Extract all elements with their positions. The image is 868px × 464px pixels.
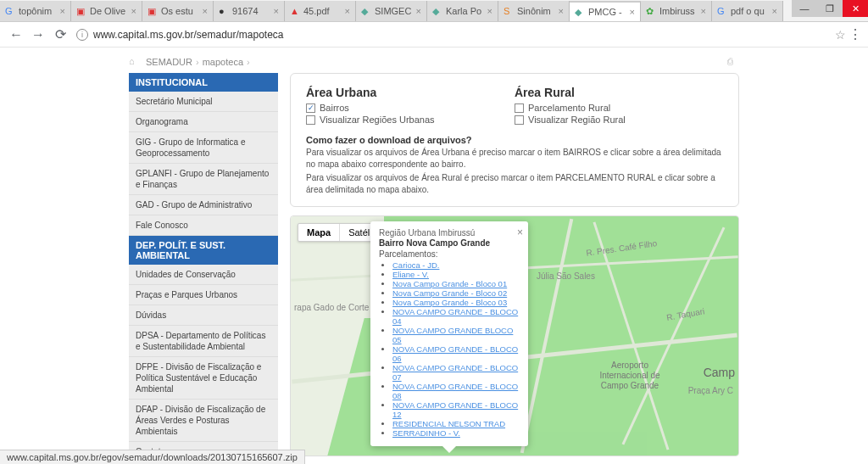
crumb-semadur[interactable]: SEMADUR: [146, 57, 192, 67]
label-parcelamento: Parcelamento Rural: [528, 103, 610, 113]
favicon-icon: ●: [219, 6, 229, 16]
tab-close-icon[interactable]: ×: [416, 6, 421, 16]
tab-close-icon[interactable]: ×: [345, 6, 350, 16]
map-canvas[interactable]: rapa Gado de Corte Júlia São Sales R. Pr…: [290, 215, 739, 456]
forward-button[interactable]: →: [27, 24, 49, 46]
reload-button[interactable]: ⟳: [49, 24, 71, 46]
browser-tab[interactable]: Gpdf o qu×: [712, 1, 783, 21]
browser-tab[interactable]: ◆SIMGEC×: [356, 1, 427, 21]
info-icon[interactable]: i: [76, 29, 88, 41]
tab-close-icon[interactable]: ×: [772, 6, 777, 16]
parcelamento-link[interactable]: NOVA CAMPO GRANDE BLOCO 05: [392, 326, 513, 344]
window-minimize[interactable]: —: [792, 0, 817, 17]
tab-close-icon[interactable]: ×: [131, 6, 136, 16]
checkbox-parcelamento[interactable]: [515, 103, 524, 113]
list-item: NOVA CAMPO GRANDE - BLOCO 06: [392, 344, 520, 363]
browser-tab[interactable]: ◆PMCG -×: [570, 1, 641, 21]
parcelamento-link[interactable]: NOVA CAMPO GRANDE - BLOCO 06: [392, 344, 518, 363]
close-icon[interactable]: ×: [517, 226, 523, 238]
browser-tab[interactable]: ▣Os estu×: [142, 1, 214, 21]
list-item: NOVA CAMPO GRANDE - BLOCO 12: [392, 400, 520, 419]
checkbox-regioes[interactable]: [306, 115, 315, 125]
browser-tab[interactable]: ▲45.pdf×: [285, 1, 356, 21]
favicon-icon: S: [504, 6, 514, 16]
sidebar-item[interactable]: Secretário Municipal: [129, 92, 278, 112]
tab-close-icon[interactable]: ×: [203, 6, 208, 16]
sidebar-item[interactable]: Dúvidas: [129, 305, 278, 326]
sidebar-item[interactable]: GIG - Grupo de Informatica e Geoprocessa…: [129, 132, 278, 164]
crumb-mapoteca[interactable]: mapoteca: [203, 57, 243, 67]
favicon-icon: ◆: [361, 6, 371, 16]
window-close[interactable]: ✕: [843, 0, 868, 17]
sidebar-item[interactable]: GPLANFI - Grupo de Planejamento e Finanç…: [129, 164, 278, 195]
checkbox-regiao-rural[interactable]: [515, 115, 524, 125]
parcelamento-link[interactable]: Nova Campo Grande - Bloco 03: [392, 298, 507, 307]
parcelamento-link[interactable]: Eliane - V.: [392, 270, 429, 279]
browser-tab[interactable]: ●91674×: [214, 1, 285, 21]
back-button[interactable]: ←: [5, 24, 27, 46]
parcelamento-link[interactable]: NOVA CAMPO GRANDE - BLOCO 08: [392, 382, 518, 400]
parcelamento-link[interactable]: NOVA CAMPO GRANDE - BLOCO 04: [392, 307, 518, 326]
info-bairro: Bairro Nova Campo Grande: [379, 238, 520, 248]
sidebar-item[interactable]: Fale Conosco: [129, 215, 278, 236]
menu-icon[interactable]: ⋮: [848, 26, 863, 42]
print-icon[interactable]: ⎙: [727, 56, 739, 68]
tab-label: 91674: [232, 6, 272, 16]
parcelamento-link[interactable]: Carioca - JD.: [392, 260, 439, 270]
browser-tab[interactable]: ✿Imbiruss×: [641, 1, 712, 21]
map-label: Júlia São Sales: [537, 271, 595, 281]
label-bairros: Bairros: [320, 103, 349, 113]
parcelamento-link[interactable]: RESIDENCIAL NELSON TRAD: [392, 419, 505, 428]
sidebar-item[interactable]: Unidades de Conservação: [129, 265, 278, 285]
tab-close-icon[interactable]: ×: [487, 6, 492, 16]
sidebar-item[interactable]: DFPE - Divisão de Fiscalização e Polític…: [129, 357, 278, 400]
urban-title: Área Urbana: [306, 86, 515, 99]
map-city-label: Camp: [704, 366, 735, 379]
parcelamento-link[interactable]: NOVA CAMPO GRANDE - BLOCO 07: [392, 363, 518, 382]
tab-close-icon[interactable]: ×: [274, 6, 279, 16]
sidebar-item[interactable]: DFAP - Divisão de Fiscalização de Áreas …: [129, 400, 278, 442]
browser-tab[interactable]: ◆Karla Po×: [427, 1, 498, 21]
favicon-icon: ▣: [76, 6, 86, 16]
url-text: www.capital.ms.gov.br/semadur/mapoteca: [93, 29, 284, 41]
sidebar-item[interactable]: GAD - Grupo de Administrativo: [129, 195, 278, 215]
parcelamento-link[interactable]: NOVA CAMPO GRANDE - BLOCO 12: [392, 400, 518, 419]
chevron-icon: ›: [196, 57, 199, 67]
favicon-icon: ◆: [432, 6, 442, 16]
sidebar-item[interactable]: DPSA - Departamento de Políticas e Suste…: [129, 326, 278, 357]
bookmark-icon[interactable]: ☆: [832, 28, 848, 42]
parcelamento-link[interactable]: Nova Campo Grande - Bloco 01: [392, 279, 507, 288]
home-icon[interactable]: ⌂: [129, 56, 141, 68]
parcelamento-link[interactable]: SERRADINHO - V.: [392, 428, 460, 438]
tab-label: Sinônim: [517, 6, 557, 16]
tab-close-icon[interactable]: ×: [60, 6, 65, 16]
browser-tab[interactable]: ▣De Olive×: [71, 1, 142, 21]
url-input[interactable]: i www.capital.ms.gov.br/semadur/mapoteca: [76, 29, 827, 41]
map-label: Praça Ary C: [688, 386, 733, 395]
info-region: Região Urbana Imbirussú: [379, 228, 520, 238]
sidebar-item[interactable]: Organograma: [129, 112, 278, 132]
map-info-window: × Região Urbana Imbirussú Bairro Nova Ca…: [370, 221, 528, 446]
window-maximize[interactable]: ❐: [817, 0, 843, 17]
list-item: NOVA CAMPO GRANDE BLOCO 05: [392, 326, 520, 344]
list-item: NOVA CAMPO GRANDE - BLOCO 07: [392, 363, 520, 382]
tab-label: Os estu: [161, 6, 201, 16]
tab-bar: Gtopônim×▣De Olive×▣Os estu×●91674×▲45.p…: [0, 0, 868, 22]
browser-tab[interactable]: SSinônim×: [498, 1, 570, 21]
sidebar-item[interactable]: Praças e Parques Urbanos: [129, 285, 278, 305]
info-tail: [442, 446, 456, 453]
browser-tab[interactable]: Gtopônim×: [0, 1, 71, 21]
tab-close-icon[interactable]: ×: [559, 6, 564, 16]
list-item: NOVA CAMPO GRANDE - BLOCO 08: [392, 382, 520, 400]
tab-label: SIMGEC: [375, 6, 415, 16]
tab-close-icon[interactable]: ×: [630, 7, 635, 17]
checkbox-bairros[interactable]: ✓: [306, 103, 315, 113]
tab-label: Imbiruss: [659, 6, 699, 16]
map-type-map[interactable]: Mapa: [298, 224, 340, 241]
parcelamento-link[interactable]: Nova Campo Grande - Bloco 02: [392, 288, 507, 298]
list-item: Nova Campo Grande - Bloco 01: [392, 279, 520, 288]
tab-close-icon[interactable]: ×: [701, 6, 706, 16]
filter-panel: Área Urbana ✓Bairros Visualizar Regiões …: [290, 73, 739, 207]
list-item: RESIDENCIAL NELSON TRAD: [392, 419, 520, 428]
sidebar-header-institucional: INSTITUCIONAL: [129, 73, 278, 92]
